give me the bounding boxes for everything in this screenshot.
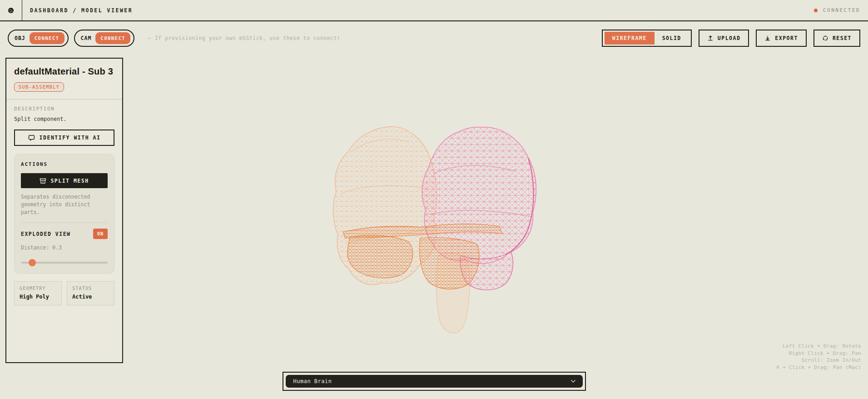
cam-connect-group: CAM CONNECT [74,30,135,47]
connection-status: CONNECTED [814,7,860,13]
help-rotate: Left Click + Drag: Rotate [776,343,861,350]
status-stat-label: STATUS [72,286,109,291]
identify-with-ai-label: IDENTIFY WITH AI [40,135,101,141]
help-pan-mac: ⌘ + Click + Drag: Pan (Mac) [776,364,861,371]
cam-label: CAM [81,35,92,41]
cam-connect-button[interactable]: CONNECT [95,32,130,44]
reset-icon [822,35,828,41]
obj-connect-group: OBJ CONNECT [8,30,69,47]
chat-bubble-icon [28,135,35,141]
description-text: Split component. [14,116,114,122]
distance-readout: Distance: 0.3 [21,244,108,251]
reset-button[interactable]: RESET [813,30,860,47]
solid-mode-button[interactable]: SOLID [655,32,689,45]
exploded-view-row: EXPLODED VIEW ON [21,229,108,239]
reset-label: RESET [833,35,852,41]
exploded-view-toggle[interactable]: ON [93,229,108,239]
help-zoom: Scroll: Zoom In/Out [776,357,861,364]
chevron-down-icon [570,379,576,383]
render-mode-toggle: WIREFRAME SOLID [602,30,692,47]
distance-slider[interactable] [21,259,108,266]
actions-label: ACTIONS [21,161,108,167]
status-dot-icon [814,9,818,12]
export-button[interactable]: EXPORT [756,30,807,47]
description-label: DESCRIPTION [14,106,114,111]
exploded-view-label: EXPLODED VIEW [21,231,71,237]
app-logo[interactable] [0,0,22,20]
identify-with-ai-button[interactable]: IDENTIFY WITH AI [14,130,114,146]
panel-divider [6,99,122,100]
geometry-stat: GEOMETRY High Poly [14,281,62,305]
obj-connect-button[interactable]: CONNECT [30,32,64,44]
toolbar-right: WIREFRAME SOLID UPLOAD EXPORT RESET [602,30,860,47]
distance-slider-thumb[interactable] [29,259,36,266]
export-label: EXPORT [775,35,798,41]
viewport-3d[interactable]: Left Click + Drag: Rotate Right Click + … [124,55,868,399]
actions-divider [21,222,108,223]
geometry-stat-value: High Poly [20,294,56,300]
archive-box-icon [40,178,46,184]
actions-card: ACTIONS SPLIT MESH Separates disconnecte… [14,154,114,274]
upload-button[interactable]: UPLOAD [699,30,749,47]
model-select-value: Human Brain [293,378,332,384]
status-stat: STATUS Active [67,281,114,305]
model-select-dropdown[interactable]: Human Brain [286,375,583,388]
upload-label: UPLOAD [718,35,741,41]
top-bar: DASHBOARD / MODEL VIEWER CONNECTED [0,0,868,21]
split-mesh-caption: Separates disconnected geometry into dis… [21,193,108,216]
connection-status-label: CONNECTED [823,7,860,13]
provisioning-hint: ← If provisioning your own m5Stick, use … [148,35,340,41]
brain-wireframe-model[interactable] [325,119,547,339]
download-icon [764,35,771,41]
inspector-panel: defaultMaterial - Sub 3 SUB-ASSEMBLY DES… [5,58,123,363]
wireframe-mode-button[interactable]: WIREFRAME [605,32,655,45]
upload-icon [707,35,714,41]
sub-assembly-badge: SUB-ASSEMBLY [14,82,64,92]
breadcrumb: DASHBOARD / MODEL VIEWER [30,7,133,14]
viewport-help: Left Click + Drag: Rotate Right Click + … [776,343,861,371]
obj-label: OBJ [15,35,25,41]
split-mesh-button[interactable]: SPLIT MESH [21,173,108,188]
toolbar: OBJ CONNECT CAM CONNECT ← If provisionin… [0,22,868,54]
stats-row: GEOMETRY High Poly STATUS Active [14,281,114,305]
app-logo-icon [7,7,15,14]
model-select-container: Human Brain [283,372,586,391]
brain-center-flap [419,238,479,289]
help-pan: Right Click + Drag: Pan [776,350,861,357]
geometry-stat-label: GEOMETRY [20,286,56,291]
status-stat-value: Active [72,294,109,300]
selected-part-title: defaultMaterial - Sub 3 [14,66,114,77]
split-mesh-label: SPLIT MESH [50,178,89,184]
